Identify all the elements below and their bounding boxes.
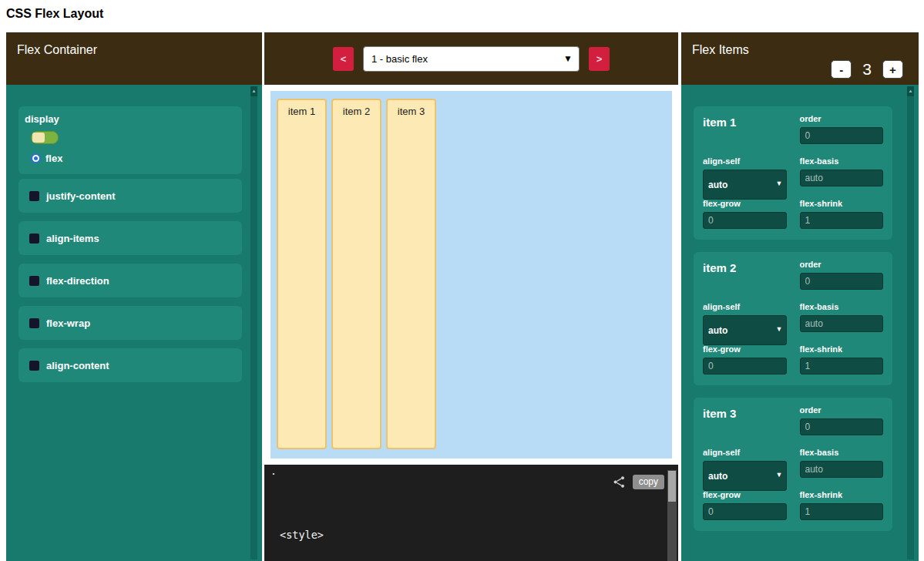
scroll-up-icon[interactable]: ▲: [250, 86, 257, 96]
item-3-order-input[interactable]: [800, 418, 884, 435]
align-self-label: align-self: [703, 156, 787, 166]
flex-preview-stage: item 1 item 2 item 3: [270, 91, 672, 459]
flex-container-title: Flex Container: [17, 43, 97, 57]
item-card-1: item 1 order align-self auto ▼ flex-basi: [694, 106, 892, 240]
order-label: order: [800, 260, 884, 269]
flex-basis-label: flex-basis: [800, 448, 884, 457]
flex-items-body: item 1 order align-self auto ▼ flex-basi: [681, 85, 919, 561]
justify-content-label: justify-content: [46, 190, 116, 202]
flex-container-body: display flex justify-content align-items…: [6, 85, 262, 561]
item-2-flex-grow-field: flex-grow: [703, 344, 787, 375]
preview-panel: < 1 - basic flex ▼ > item 1 item 2 item …: [264, 32, 678, 561]
code-toolbar: copy: [613, 475, 664, 489]
code-scroll-thumb[interactable]: [668, 471, 676, 502]
item-count: 3: [862, 60, 872, 79]
toggle-knob-icon: [32, 133, 45, 143]
order-label: order: [800, 114, 884, 123]
item-3-flex-grow-input[interactable]: [703, 503, 787, 520]
item-card-3: item 3 order align-self auto ▼ flex-basi: [694, 398, 892, 531]
layout-select-wrap: 1 - basic flex ▼: [363, 46, 580, 72]
preview-header: < 1 - basic flex ▼ >: [264, 32, 678, 85]
item-count-controls: - 3 +: [831, 60, 903, 79]
flex-wrap-label: flex-wrap: [46, 317, 90, 329]
flex-shrink-label: flex-shrink: [800, 199, 884, 208]
item-3-flex-basis-field: flex-basis: [800, 448, 884, 478]
item-3-flex-basis-input[interactable]: [800, 461, 884, 478]
option-row-justify-content[interactable]: justify-content: [18, 179, 242, 213]
preview-item-2: item 2: [331, 99, 381, 449]
flex-direction-checkbox[interactable]: [29, 276, 39, 286]
flex-radio[interactable]: [31, 153, 41, 163]
remove-item-button[interactable]: -: [831, 60, 852, 79]
flex-basis-label: flex-basis: [800, 156, 884, 166]
item-2-flex-shrink-input[interactable]: [800, 358, 884, 375]
item-card-2: item 2 order align-self auto ▼ flex-basi: [694, 252, 892, 385]
display-label: display: [25, 113, 233, 125]
flex-items-panel: Flex Items - 3 + item 1 order align-self…: [681, 32, 919, 561]
item-1-order-input[interactable]: [800, 127, 884, 144]
flex-items-header: Flex Items - 3 +: [681, 32, 919, 85]
align-items-checkbox[interactable]: [29, 233, 39, 244]
flex-direction-label: flex-direction: [46, 275, 109, 287]
option-row-align-items[interactable]: align-items: [18, 221, 242, 255]
display-toggle[interactable]: [31, 131, 59, 144]
item-2-flex-basis-input[interactable]: [800, 315, 884, 332]
flex-grow-label: flex-grow: [703, 344, 787, 354]
item-3-align-self-select[interactable]: auto: [703, 461, 787, 491]
align-items-label: align-items: [46, 233, 99, 244]
option-row-flex-direction[interactable]: flex-direction: [18, 264, 242, 297]
item-2-order-input[interactable]: [800, 273, 884, 290]
align-content-checkbox[interactable]: [29, 361, 39, 371]
code-scrollbar[interactable]: [667, 470, 677, 561]
flex-grow-label: flex-grow: [703, 490, 787, 499]
add-item-button[interactable]: +: [882, 60, 903, 79]
item-2-flex-grow-input[interactable]: [703, 358, 787, 375]
item-3-flex-shrink-input[interactable]: [800, 503, 884, 520]
layout-select[interactable]: 1 - basic flex: [363, 46, 580, 72]
display-section: display flex: [18, 106, 242, 174]
flex-wrap-checkbox[interactable]: [29, 318, 39, 328]
flex-container-header: Flex Container: [6, 32, 262, 85]
item-1-flex-grow-field: flex-grow: [703, 199, 787, 229]
item-3-flex-shrink-field: flex-shrink: [800, 490, 884, 520]
preview-item-1: item 1: [277, 99, 327, 449]
right-panel-scrollbar[interactable]: ▲: [907, 86, 914, 559]
item-2-align-self-select[interactable]: auto: [703, 315, 787, 345]
item-1-order-field: order: [800, 114, 884, 144]
align-self-label: align-self: [703, 302, 787, 311]
item-1-align-self-select[interactable]: auto: [703, 170, 787, 200]
flex-shrink-label: flex-shrink: [800, 490, 884, 499]
item-1-flex-basis-input[interactable]: [800, 170, 884, 186]
item-1-flex-grow-input[interactable]: [703, 212, 787, 229]
item-1-flex-basis-field: flex-basis: [800, 156, 884, 186]
option-row-align-content[interactable]: align-content: [18, 348, 242, 382]
copy-button[interactable]: copy: [633, 475, 664, 489]
prev-layout-button[interactable]: <: [333, 47, 354, 71]
item-1-title: item 1: [703, 114, 787, 144]
option-row-flex-wrap[interactable]: flex-wrap: [18, 306, 242, 340]
item-1-align-self-field: align-self auto ▼: [703, 156, 787, 186]
align-self-label: align-self: [703, 448, 787, 457]
display-flex-option[interactable]: flex: [31, 153, 233, 164]
flex-basis-label: flex-basis: [800, 302, 884, 311]
item-1-flex-shrink-input[interactable]: [800, 212, 884, 229]
flex-items-title: Flex Items: [692, 43, 749, 57]
order-label: order: [800, 405, 884, 415]
flex-shrink-label: flex-shrink: [800, 344, 884, 354]
align-content-label: align-content: [46, 360, 109, 371]
item-3-flex-grow-field: flex-grow: [703, 490, 787, 520]
next-layout-button[interactable]: >: [589, 47, 610, 71]
flex-radio-label: flex: [45, 153, 62, 164]
code-panel: . copy <style> .flex-container { display…: [264, 465, 678, 561]
code-block: <style> .flex-container { display: flex;: [280, 499, 398, 561]
left-panel-scrollbar[interactable]: ▲: [250, 86, 257, 559]
scroll-up-icon[interactable]: ▲: [907, 86, 914, 96]
item-3-order-field: order: [800, 405, 884, 435]
flex-container-panel: Flex Container display flex justify-cont…: [6, 32, 262, 561]
item-1-flex-shrink-field: flex-shrink: [800, 199, 884, 229]
preview-item-3: item 3: [386, 99, 436, 449]
share-icon[interactable]: [613, 475, 626, 489]
item-3-align-self-field: align-self auto ▼: [703, 448, 787, 478]
page-title: CSS Flex Layout: [6, 7, 103, 21]
justify-content-checkbox[interactable]: [29, 191, 39, 201]
